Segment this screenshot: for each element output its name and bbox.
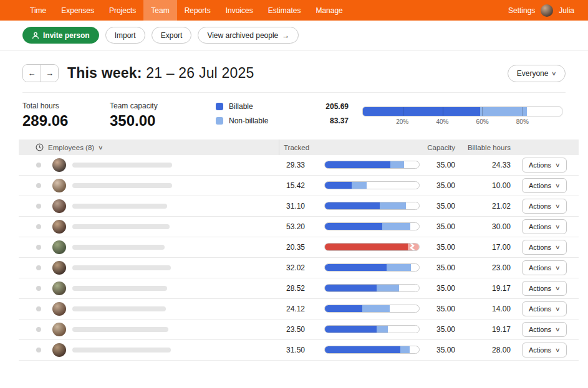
redacted-name bbox=[72, 183, 172, 188]
export-button[interactable]: Export bbox=[152, 27, 192, 44]
team-table: Employees (8) ∨ Tracked Capacity Billabl… bbox=[19, 140, 579, 361]
prev-week-button[interactable]: ← bbox=[23, 65, 41, 82]
actions-button[interactable]: Actions ∨ bbox=[522, 158, 567, 173]
avatar bbox=[52, 282, 66, 295]
next-week-button[interactable]: → bbox=[41, 65, 58, 82]
capacity-value: 35.00 bbox=[412, 217, 455, 237]
actions-button[interactable]: Actions ∨ bbox=[522, 301, 567, 316]
capacity-bar-nonbillable-fill bbox=[480, 107, 528, 116]
nav-item-invoices[interactable]: Invoices bbox=[218, 0, 261, 21]
status-dot bbox=[36, 204, 41, 209]
actions-label: Actions bbox=[529, 182, 551, 189]
team-capacity-bar: 20%40%60%80% bbox=[362, 102, 562, 131]
billable-value: 21.02 bbox=[468, 196, 511, 216]
tracked-bar bbox=[324, 325, 420, 333]
actions-label: Actions bbox=[529, 285, 551, 292]
actions-button[interactable]: Actions ∨ bbox=[522, 322, 567, 337]
tracked-bar bbox=[324, 305, 420, 313]
status-dot bbox=[36, 327, 41, 332]
redacted-name bbox=[72, 163, 172, 168]
nav-item-reports[interactable]: Reports bbox=[177, 0, 218, 21]
tracked-bar bbox=[324, 346, 420, 354]
total-hours-label: Total hours bbox=[22, 102, 110, 110]
redacted-name bbox=[72, 265, 171, 270]
chevron-down-icon: ∨ bbox=[555, 244, 561, 250]
nav-item-projects[interactable]: Projects bbox=[102, 0, 143, 21]
actions-label: Actions bbox=[529, 264, 551, 272]
employees-header[interactable]: Employees (8) ∨ bbox=[19, 143, 103, 151]
toolbar: Invite person Import Export View archive… bbox=[0, 21, 588, 50]
bar-billable-fill bbox=[325, 223, 382, 230]
redacted-name bbox=[72, 245, 165, 250]
avatar bbox=[52, 302, 66, 316]
employees-header-label: Employees (8) bbox=[48, 144, 94, 151]
tracked-bar bbox=[324, 181, 420, 189]
capacity-value: 35.00 bbox=[412, 340, 455, 360]
actions-button[interactable]: Actions ∨ bbox=[522, 260, 567, 275]
capacity-header: Capacity bbox=[412, 140, 455, 155]
actions-button[interactable]: Actions ∨ bbox=[522, 199, 567, 214]
bar-billable-fill bbox=[325, 305, 362, 312]
billable-value: 23.00 bbox=[468, 258, 511, 278]
billable-value: 19.17 bbox=[468, 278, 511, 298]
capacity-value: 35.00 bbox=[412, 237, 455, 257]
redacted-name bbox=[72, 224, 170, 229]
bar-nonbillable-fill bbox=[352, 182, 366, 189]
nav-item-manage[interactable]: Manage bbox=[308, 0, 350, 21]
user-avatar[interactable] bbox=[541, 4, 553, 17]
nonbillable-swatch bbox=[216, 117, 223, 125]
tracked-bar bbox=[324, 263, 420, 272]
capacity-bar-tick-label: 20% bbox=[396, 118, 408, 125]
table-row: 20.35 35.00 17.00 Actions ∨ bbox=[19, 237, 579, 258]
actions-button[interactable]: Actions ∨ bbox=[522, 219, 567, 234]
bar-nonbillable-fill bbox=[400, 346, 410, 353]
billable-value: 30.00 bbox=[468, 217, 511, 237]
billable-value: 28.00 bbox=[468, 340, 511, 360]
summary-section: Total hours 289.06 Team capacity 350.00 … bbox=[22, 102, 562, 131]
actions-label: Actions bbox=[529, 244, 551, 251]
capacity-value: 35.00 bbox=[412, 299, 455, 319]
nav-item-expenses[interactable]: Expenses bbox=[54, 0, 102, 21]
capacity-value: 35.00 bbox=[412, 176, 455, 196]
tracked-value: 32.02 bbox=[265, 258, 305, 278]
capacity-bar-tick-label: 80% bbox=[516, 118, 529, 125]
import-button[interactable]: Import bbox=[105, 27, 145, 44]
capacity-value: 35.00 bbox=[412, 278, 455, 298]
capacity-value: 35.00 bbox=[412, 319, 455, 339]
table-row: 53.20 35.00 30.00 Actions ∨ bbox=[19, 217, 579, 237]
tracked-value: 15.42 bbox=[265, 176, 305, 196]
nav-items: TimeExpensesProjectsTeamReportsInvoicesE… bbox=[22, 0, 350, 21]
bar-nonbillable-fill bbox=[377, 285, 400, 291]
nav-item-team[interactable]: Team bbox=[143, 0, 176, 21]
bar-billable-fill bbox=[325, 264, 387, 271]
everyone-filter-button[interactable]: Everyone ∨ bbox=[508, 65, 566, 82]
bar-nonbillable-fill bbox=[380, 202, 406, 209]
actions-button[interactable]: Actions ∨ bbox=[522, 178, 567, 193]
avatar bbox=[52, 323, 66, 336]
legend: Billable 205.69 Non-billable 83.37 bbox=[216, 102, 362, 131]
billable-value: 19.17 bbox=[468, 319, 511, 339]
actions-label: Actions bbox=[529, 223, 551, 230]
bar-nonbillable-fill bbox=[362, 305, 390, 312]
table-row: 31.50 35.00 28.00 Actions ∨ bbox=[19, 340, 579, 361]
view-archived-button[interactable]: View archived people → bbox=[198, 27, 299, 44]
invite-person-button[interactable]: Invite person bbox=[22, 27, 99, 44]
actions-button[interactable]: Actions ∨ bbox=[522, 281, 567, 296]
bar-billable-fill bbox=[325, 346, 400, 353]
nav-item-estimates[interactable]: Estimates bbox=[261, 0, 309, 21]
arrow-right-icon: → bbox=[282, 31, 289, 40]
redacted-name bbox=[72, 327, 168, 332]
status-dot bbox=[36, 245, 41, 250]
tracked-header: Tracked bbox=[284, 140, 309, 155]
actions-button[interactable]: Actions ∨ bbox=[522, 343, 567, 357]
tracked-value: 31.10 bbox=[265, 196, 305, 216]
bar-billable-fill bbox=[325, 161, 390, 168]
bar-nonbillable-fill bbox=[382, 223, 410, 230]
user-name[interactable]: Julia bbox=[559, 6, 574, 15]
table-row: 15.42 35.00 10.00 Actions ∨ bbox=[19, 176, 579, 196]
nav-settings[interactable]: Settings bbox=[508, 6, 535, 15]
person-icon bbox=[32, 32, 39, 39]
chevron-down-icon: ∨ bbox=[555, 306, 561, 312]
actions-button[interactable]: Actions ∨ bbox=[522, 240, 567, 255]
nav-item-time[interactable]: Time bbox=[22, 0, 54, 21]
